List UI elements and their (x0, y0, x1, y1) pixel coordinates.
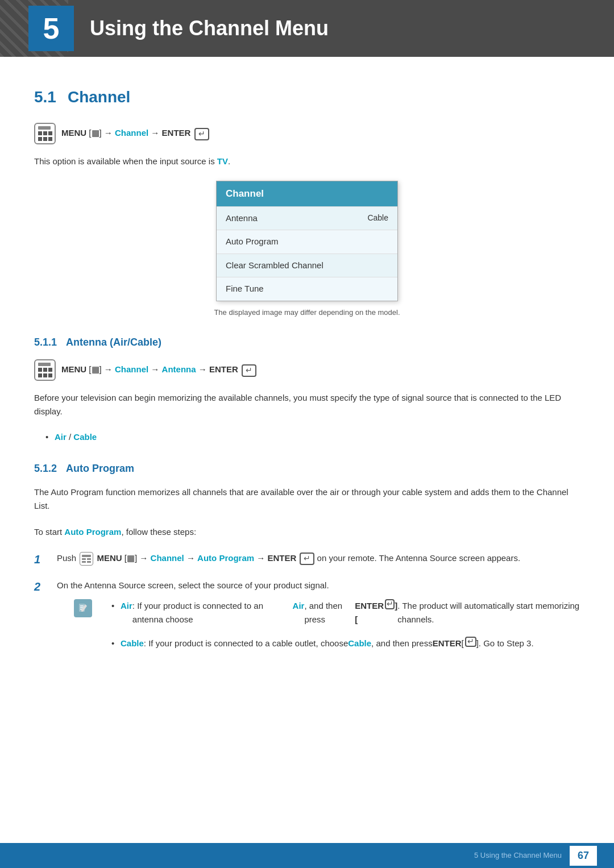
antenna-link: Antenna (162, 364, 196, 374)
step-1-text: MENU [▦] → Channel → Auto Program → ENTE… (97, 553, 299, 563)
menu-icon-cell (48, 373, 52, 377)
menu-icon-cell (43, 137, 47, 141)
enter-icon-cable: ↵ (465, 637, 476, 647)
step-2: 2 On the Antenna Source screen, select t… (34, 579, 580, 667)
pencil-icon (77, 603, 89, 614)
cable-label-note: Cable (121, 637, 144, 650)
description-5-1: This option is available when the input … (34, 155, 580, 168)
menu-label: MENU [▦] → (61, 128, 115, 138)
cable-label: Cable (73, 432, 97, 442)
tv-label: TV (217, 156, 228, 166)
arrow-2: → (148, 364, 161, 374)
step-number-2: 2 (34, 578, 51, 596)
enter-bold-1: ENTER [ (355, 599, 384, 626)
auto-program-label: Auto Program (226, 235, 279, 248)
air-text3: . The product will automatically start m… (397, 599, 580, 626)
menu-icon-row-4 (38, 373, 52, 377)
menu-icon-top (38, 126, 51, 130)
svg-rect-0 (82, 555, 91, 557)
menu-icon (34, 123, 56, 144)
section-5-1-title: 5.1Channel (34, 85, 580, 109)
cable-text3: [ (462, 637, 464, 650)
svg-rect-4 (87, 561, 91, 563)
header-banner: 5 Using the Channel Menu (0, 0, 614, 57)
menu-icon-cell (43, 373, 47, 377)
channel-menu-container: Channel Antenna Cable Auto Program Clear… (34, 181, 580, 301)
step-2-content: On the Antenna Source screen, select the… (57, 579, 580, 667)
menu-icon-cell (48, 368, 52, 372)
subsection-5-1-1-title: 5.1.1Antenna (Air/Cable) (34, 335, 580, 350)
menu-icon-row-1 (38, 131, 52, 135)
note-bullets: Air: If your product is connected to an … (100, 599, 580, 650)
separator: / (67, 432, 74, 442)
footer: 5 Using the Channel Menu 67 (0, 843, 614, 868)
enter-bold-2: ENTER (433, 637, 462, 650)
note-block: Air: If your product is connected to an … (74, 599, 580, 661)
menu-icon-inner (38, 126, 52, 141)
air-text2: , and then press (304, 599, 355, 626)
menu-icon-inner-2 (38, 363, 52, 377)
channel-link: Channel (115, 128, 148, 138)
menu-icon-cell (48, 137, 52, 141)
auto-program-link: Auto Program (64, 527, 121, 537)
antenna-value: Cable (367, 212, 388, 224)
air-choose: Air (293, 599, 305, 613)
bullets-5-1-1: Air / Cable (34, 431, 580, 444)
note-content: Air: If your product is connected to an … (100, 599, 580, 661)
subsection-5-1-2: 5.1.2Auto Program The Auto Program funct… (34, 461, 580, 667)
menu-label-2: MENU [▦] → (61, 364, 115, 374)
svg-rect-3 (82, 561, 86, 563)
footer-label: 5 Using the Channel Menu (474, 850, 562, 861)
air-label: Air (55, 432, 67, 442)
air-text: : If your product is connected to an ant… (132, 599, 293, 626)
step-1-push: Push (57, 553, 78, 563)
menu-icon-cell (48, 131, 52, 135)
menu-icon-cell (38, 137, 42, 141)
channel-menu-item-clear-scrambled: Clear Scrambled Channel (217, 254, 397, 277)
enter-label: ENTER (162, 128, 193, 138)
enter-icon-step1: ↵ (300, 553, 314, 565)
antenna-label: Antenna (226, 212, 258, 225)
enter-icon-air: ↵ (385, 599, 395, 609)
step-1-end: on your remote. The Antenna Source scree… (314, 553, 520, 563)
image-note: The displayed image may differ depending… (34, 307, 580, 318)
menu-breadcrumb-5-1: MENU [▦] → Channel → ENTER ↵ (34, 123, 580, 144)
menu-breadcrumb-5-1-1: MENU [▦] → Channel → Antenna → ENTER ↵ (34, 359, 580, 381)
svg-rect-1 (82, 558, 86, 560)
step-1-menu-icon (80, 552, 93, 566)
channel-menu-item-auto-program: Auto Program (217, 230, 397, 254)
chapter-number: 5 (28, 6, 74, 51)
note-bullet-air: Air: If your product is connected to an … (111, 599, 580, 626)
menu-icon-cell (43, 368, 47, 372)
clear-scrambled-label: Clear Scrambled Channel (226, 259, 323, 272)
bullet-air-cable: Air / Cable (45, 431, 580, 444)
enter-icon: ↵ (194, 128, 209, 140)
main-content: 5.1Channel MENU [▦] → Channel → ENTER ↵ (0, 57, 614, 724)
menu-icon-row-3 (38, 368, 52, 372)
channel-link-2: Channel (115, 364, 148, 374)
menu-icon-5-1-1 (34, 359, 56, 381)
description-5-1-1: Before your television can begin memoriz… (34, 391, 580, 418)
menu-icon-cell (38, 373, 42, 377)
steps-list: 1 Push MENU [▦] → Channel → Auto Program… (34, 551, 580, 667)
cable-text4: ]. Go to Step 3. (476, 637, 534, 650)
note-bullet-cable: Cable: If your product is connected to a… (111, 637, 580, 650)
subsection-5-1-1: 5.1.1Antenna (Air/Cable) (34, 335, 580, 444)
cable-text: : If your product is connected to a cabl… (144, 637, 348, 650)
channel-menu: Channel Antenna Cable Auto Program Clear… (216, 181, 398, 301)
menu-icon-cell (43, 131, 47, 135)
arrow: → (148, 128, 161, 138)
step-number-1: 1 (34, 550, 51, 568)
description-5-1-2-1: The Auto Program function memorizes all … (34, 485, 580, 513)
arrow-3: → (196, 364, 209, 374)
breadcrumb-text-5-1: MENU [▦] → Channel → ENTER ↵ (61, 127, 209, 140)
step-1-content: Push MENU [▦] → Channel → Auto Program →… (57, 551, 580, 566)
subsection-5-1-2-title: 5.1.2Auto Program (34, 461, 580, 476)
enter-icon-2: ↵ (242, 364, 256, 377)
cable-text2: , and then press (371, 637, 433, 650)
menu-icon-svg (81, 554, 92, 564)
enter-label-2: ENTER (209, 364, 240, 374)
menu-icon-cell (38, 131, 42, 135)
step-1: 1 Push MENU [▦] → Channel → Auto Program… (34, 551, 580, 568)
svg-rect-2 (87, 558, 91, 560)
